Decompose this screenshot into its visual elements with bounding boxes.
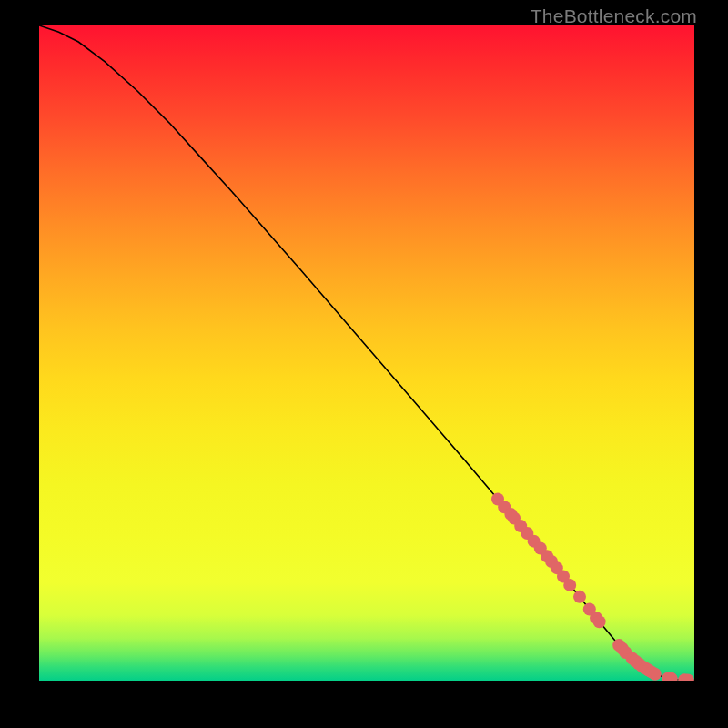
watermark-text: TheBottleneck.com: [531, 5, 697, 27]
marker-p13: [563, 579, 576, 592]
chart-frame: TheBottleneck.com: [0, 0, 728, 728]
marker-p28: [649, 668, 662, 681]
chart-svg: [39, 25, 694, 681]
bottleneck-curve-line: [39, 25, 694, 681]
marker-layer: [491, 493, 694, 681]
marker-p14: [573, 591, 586, 603]
marker-p17: [593, 615, 606, 628]
plot-area: [39, 25, 694, 681]
